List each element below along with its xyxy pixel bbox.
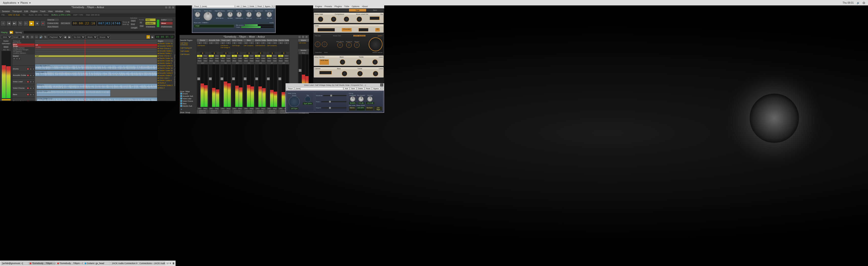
input-button[interactable]: ⬇ [231, 42, 237, 44]
auto-return-toggle[interactable]: Auto Return [46, 25, 59, 28]
strip-visibility-check[interactable]: ✓Drums [180, 92, 196, 95]
strip-visibility-check[interactable]: ✓Electric Guit. [180, 105, 196, 107]
sel-start[interactable]: Start [130, 19, 136, 23]
region-list-item[interactable]: Voice Chorus-2 [157, 47, 173, 50]
in-button[interactable]: In [278, 55, 284, 57]
input-button[interactable]: ⬇ [197, 42, 203, 44]
post-button[interactable]: Post [226, 107, 231, 110]
room-type-combo[interactable]: Large [194, 24, 234, 28]
fader[interactable] [244, 65, 247, 107]
gx-tab-bank[interactable]: Bank [366, 9, 384, 11]
audio-region[interactable]: Electric Guitar 2-1.3 [36, 97, 157, 101]
lock-button[interactable]: Lock [284, 57, 289, 60]
cab-level-knob[interactable] [373, 71, 378, 76]
region-list-item[interactable]: Electric Guitar So [157, 69, 173, 72]
stereo-combo[interactable]: Stereo [349, 107, 355, 110]
editor-button[interactable]: Editor [160, 18, 173, 22]
post-button[interactable]: Post [237, 107, 243, 110]
input-button[interactable]: ⬇ [243, 42, 249, 44]
tempo-value[interactable]: 120 bpm [290, 107, 298, 110]
output-routing[interactable]: ardour-01 [208, 110, 220, 112]
region-list-item[interactable]: Electric Guitar So [157, 60, 173, 62]
zoom-out[interactable]: ▶ [151, 35, 155, 39]
delete-preset[interactable]: Delete [357, 87, 364, 90]
fav-plugin[interactable]: Calf Fluidsynth [180, 46, 196, 49]
strip-name[interactable]: Drums [197, 39, 208, 42]
region-list-item[interactable]: Electric Guitar-3 [157, 62, 173, 65]
add-strip-button[interactable]: + [181, 108, 195, 111]
pan-control[interactable] [223, 52, 228, 54]
input-button[interactable]: ⬇ [220, 42, 226, 44]
ai-level-knob[interactable] [372, 59, 378, 65]
window-title-bar[interactable]: Voice Lead: Calf Vintage Delay (by Calf … [285, 83, 384, 87]
pre-button[interactable]: Pre [255, 107, 260, 110]
master-volume-knob[interactable] [369, 37, 382, 51]
track-header[interactable]: Electric Guitar●ms [12, 98, 35, 101]
iso-button[interactable]: Iso [278, 57, 284, 60]
stretch-tool[interactable]: ↔ [34, 35, 38, 39]
region-list-item[interactable]: Electric Guitar So [157, 57, 173, 60]
pinout-button[interactable]: Pinout [286, 87, 294, 90]
region-list-item[interactable]: Voice Lead-1 [157, 77, 173, 79]
comments-button[interactable]: Comments [266, 112, 278, 114]
audio-region[interactable]: Electric Guitar-1.1 [36, 90, 111, 97]
reset-button[interactable]: Reset [365, 87, 372, 90]
post-button[interactable]: Post [249, 107, 254, 110]
task-item[interactable]: JACK Audio Connection Kit [Stu… [111, 262, 137, 265]
master-track-header[interactable]: Master msa [12, 55, 35, 66]
mixer-title-bar[interactable]: *Somebody…70bpm – Mixer – Ardour – □ × [180, 35, 309, 39]
output-routing[interactable]: ardour-01 [266, 110, 278, 112]
input-button[interactable]: ⬇ [266, 42, 272, 44]
grid-select[interactable]: No Grid [72, 35, 85, 39]
solo-button[interactable]: Solo [237, 60, 243, 62]
strip-name[interactable]: Acoustic Guitar [208, 39, 220, 42]
menu-region[interactable]: Region [30, 10, 39, 13]
fader[interactable] [232, 65, 235, 107]
lock-button[interactable]: Lock [237, 57, 243, 60]
comments-button[interactable]: Comments [243, 112, 254, 114]
secondary-clock[interactable]: 007|03|0740 [97, 21, 121, 26]
comments-button[interactable]: Comments [197, 112, 208, 114]
smart-mode[interactable] [12, 35, 21, 39]
post-button[interactable]: Post [214, 107, 220, 110]
maximize-button[interactable]: □ [168, 6, 171, 9]
cut-tool[interactable]: ✂ [30, 35, 34, 39]
disk-button[interactable]: Disk [284, 55, 289, 57]
region-list-item[interactable]: Bass-2 [157, 87, 173, 89]
snap-select[interactable]: Beats [86, 35, 97, 39]
region-list-item[interactable]: Electric Guitar-1 [157, 52, 173, 55]
cab-treble-knob[interactable] [357, 71, 363, 76]
network-icon[interactable]: ⏻ [861, 1, 867, 5]
calf-limiter-insert[interactable]: Calf Limiter [1, 42, 11, 45]
tap-button[interactable] [305, 96, 311, 102]
in-button[interactable]: In [266, 55, 272, 57]
reverb-knob-diffusion[interactable]: Diffusion50.00% [227, 10, 233, 21]
task-item[interactable]: Guitarix: gx_head [83, 262, 110, 265]
mute-button[interactable]: Mute [231, 60, 237, 62]
rulers[interactable]: 4/4 70.000 start [35, 40, 157, 57]
strip-name[interactable]: Voice Lead [220, 39, 231, 42]
solo-button[interactable]: Solo [260, 60, 266, 62]
strip-visibility-check[interactable]: ✓Voice Lead [180, 97, 196, 100]
master-gain-knob[interactable] [322, 42, 327, 47]
gx-tab-tune[interactable]: Tune [349, 9, 366, 11]
iso-button[interactable]: Iso [243, 57, 249, 60]
record-button[interactable]: ● [40, 21, 45, 26]
object-tool[interactable]: ✥ [21, 35, 25, 39]
feedback-button[interactable]: Feedback [145, 25, 156, 28]
input-button[interactable]: ⬇ [255, 42, 260, 44]
insert-slots[interactable]: Calf ReverbCalf Vintage D. [220, 44, 231, 52]
pre-gain-knob[interactable] [315, 42, 320, 47]
ai-treble-knob[interactable] [356, 59, 362, 65]
output-routing[interactable]: ardour-01 [243, 110, 254, 112]
range-tool[interactable]: ⇱ [26, 35, 30, 39]
monitor-label[interactable]: Monitor [298, 49, 309, 52]
nudge-clock[interactable]: 00:00:05:13 [155, 35, 175, 39]
region-list-item[interactable]: Electric Guitar So [157, 67, 173, 69]
insert-slots[interactable]: Calf Flanger [231, 44, 243, 52]
track-lane[interactable] [35, 77, 157, 83]
disk-button[interactable]: Disk [260, 55, 266, 57]
region-list-item[interactable]: Acoustic Guitar-4 [157, 65, 173, 67]
disk-button[interactable]: Disk [214, 55, 220, 57]
pre-button[interactable]: Pre [231, 107, 237, 110]
